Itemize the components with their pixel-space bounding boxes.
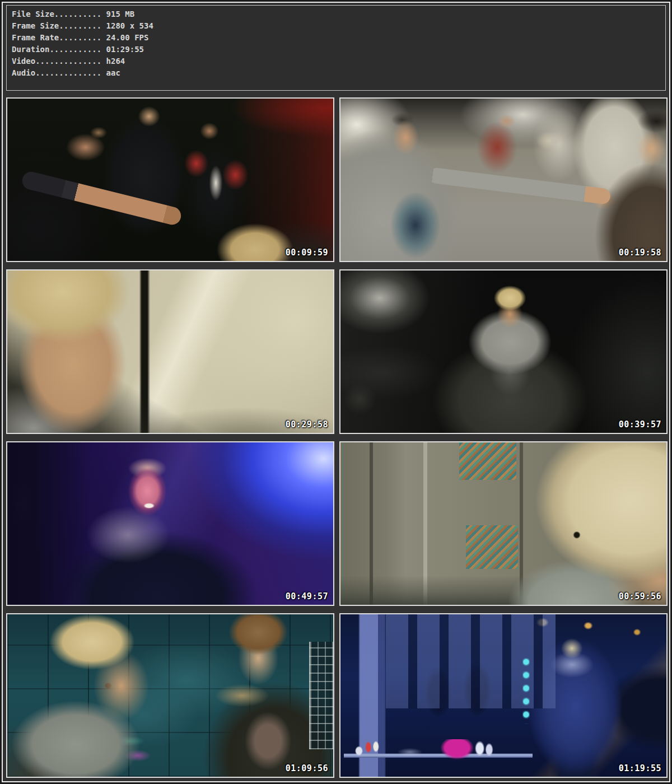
- scene-5-purple-club: [7, 442, 333, 605]
- timecode-overlay: 00:39:57: [619, 419, 661, 430]
- info-line-file-size: File Size.......... 915 MB: [12, 8, 661, 20]
- timecode-overlay: 01:19:55: [619, 763, 661, 773]
- timecode-overlay: 00:59:56: [619, 591, 661, 601]
- timecode-overlay: 00:19:58: [619, 248, 661, 258]
- scene-2-car-interior: [340, 99, 666, 261]
- scene-1-backstage-group: [7, 99, 333, 261]
- screenshot-thumb-7: 01:09:56: [6, 613, 334, 778]
- media-info-panel: File Size.......... 915 MB Frame Size...…: [6, 5, 666, 91]
- timecode-overlay: 00:09:59: [286, 248, 328, 258]
- screenshot-thumb-1: 00:09:59: [6, 97, 334, 262]
- info-line-video: Video.............. h264: [12, 55, 661, 67]
- timecode-overlay: 00:49:57: [286, 591, 328, 601]
- timecode-overlay: 00:29:58: [286, 419, 328, 430]
- scene-4-dark-garage: [340, 270, 666, 433]
- scene-3-window-profile: [7, 270, 333, 433]
- screenshot-grid: 00:09:59 00:19:58 00:29:58 00:39:57 00:4…: [6, 97, 666, 778]
- scene-6-hallway-head: [340, 442, 666, 605]
- info-line-duration: Duration........... 01:29:55: [12, 44, 661, 55]
- info-line-frame-size: Frame Size......... 1280 x 534: [12, 20, 661, 32]
- scene-7-teal-glass-faceoff: [7, 614, 333, 777]
- screenshot-thumb-6: 00:59:56: [339, 441, 668, 606]
- screenshot-thumb-4: 00:39:57: [339, 269, 668, 434]
- info-line-audio: Audio.............. aac: [12, 67, 661, 79]
- info-line-frame-rate: Frame Rate......... 24.00 FPS: [12, 32, 661, 44]
- scene-8-table-props: [344, 739, 533, 770]
- screenshot-thumb-3: 00:29:58: [6, 269, 334, 434]
- screenshot-thumb-5: 00:49:57: [6, 441, 334, 606]
- screenshot-thumb-2: 00:19:58: [339, 97, 668, 262]
- media-info-sheet: File Size.......... 915 MB Frame Size...…: [2, 2, 670, 782]
- timecode-overlay: 01:09:56: [286, 763, 328, 773]
- screenshot-thumb-8: 01:19:55: [339, 613, 668, 778]
